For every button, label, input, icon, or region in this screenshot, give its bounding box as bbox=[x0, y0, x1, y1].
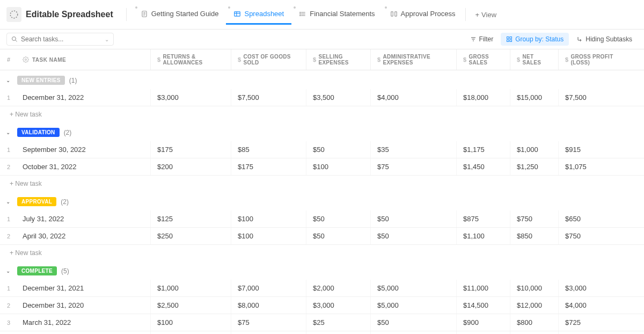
task-name-cell[interactable]: December 31, 2021 bbox=[17, 280, 150, 296]
gross-sales-cell[interactable]: $2,300 bbox=[456, 331, 510, 334]
new-task-button[interactable]: + New task bbox=[0, 176, 644, 192]
gross-sales-cell[interactable]: $18,000 bbox=[456, 89, 510, 106]
task-name-cell[interactable]: December 31, 2020 bbox=[17, 297, 150, 314]
chevron-down-icon[interactable]: ⌄ bbox=[3, 268, 13, 274]
cogs-cell[interactable]: $175 bbox=[231, 158, 306, 175]
table-row[interactable]: 2 December 31, 2020 $2,500 $8,000 $3,000… bbox=[0, 297, 644, 314]
hiding-subtasks-button[interactable]: Hiding Subtasks bbox=[571, 33, 638, 46]
col-selling[interactable]: $SELLING EXPENSES bbox=[306, 49, 370, 70]
returns-cell[interactable]: $125 bbox=[150, 210, 231, 227]
net-sales-cell[interactable]: $1,250 bbox=[510, 158, 558, 175]
tab-spreadsheet[interactable]: Spreadsheet bbox=[226, 4, 291, 25]
status-pill[interactable]: COMPLETE bbox=[17, 266, 57, 275]
gross-profit-cell[interactable]: $1,075 bbox=[558, 158, 628, 175]
cogs-cell[interactable]: $85 bbox=[231, 141, 306, 158]
returns-cell[interactable]: $175 bbox=[150, 141, 231, 158]
net-sales-cell[interactable]: $10,000 bbox=[510, 280, 558, 296]
admin-cell[interactable]: $50 bbox=[370, 314, 456, 331]
gross-sales-cell[interactable]: $1,100 bbox=[456, 228, 510, 244]
tab-approval-process[interactable]: Approval Process bbox=[383, 4, 463, 25]
cogs-cell[interactable]: $100 bbox=[231, 210, 306, 227]
add-view-button[interactable]: + View bbox=[468, 5, 504, 24]
gross-profit-cell[interactable]: $725 bbox=[558, 314, 628, 331]
gross-profit-cell[interactable]: $650 bbox=[558, 210, 628, 227]
table-row[interactable]: 1 July 31, 2022 $125 $100 $50 $50 $875 $… bbox=[0, 210, 644, 228]
table-row[interactable]: 1 December 31, 2021 $1,000 $7,000 $2,000… bbox=[0, 280, 644, 297]
returns-cell[interactable]: $100 bbox=[150, 314, 231, 331]
gross-profit-cell[interactable]: $7,500 bbox=[558, 89, 628, 106]
col-admin[interactable]: $ADMINISTRATIVE EXPENSES bbox=[370, 49, 456, 70]
chevron-down-icon[interactable]: ⌄ bbox=[3, 129, 13, 135]
selling-cell[interactable]: $100 bbox=[306, 158, 370, 175]
selling-cell[interactable]: $50 bbox=[306, 141, 370, 158]
gross-sales-cell[interactable]: $900 bbox=[456, 314, 510, 331]
col-task-name[interactable]: TASK NAME bbox=[17, 52, 150, 67]
task-name-cell[interactable]: April 30, 2022 bbox=[17, 228, 150, 244]
cogs-cell[interactable]: $100 bbox=[231, 228, 306, 244]
returns-cell[interactable]: $3,000 bbox=[150, 89, 231, 106]
task-name-cell[interactable]: September 30, 2022 bbox=[17, 141, 150, 158]
table-row[interactable]: 2 October 31, 2022 $200 $175 $100 $75 $1… bbox=[0, 158, 644, 176]
selling-cell[interactable]: $3,500 bbox=[306, 89, 370, 106]
table-row[interactable]: 2 April 30, 2022 $250 $100 $50 $50 $1,10… bbox=[0, 228, 644, 245]
col-gross-sales[interactable]: $GROSS SALES bbox=[456, 49, 510, 70]
gross-profit-cell[interactable]: $915 bbox=[558, 141, 628, 158]
chevron-down-icon[interactable]: ⌄ bbox=[105, 37, 109, 42]
cogs-cell[interactable]: $75 bbox=[231, 314, 306, 331]
net-sales-cell[interactable]: $12,000 bbox=[510, 297, 558, 314]
new-task-button[interactable]: + New task bbox=[0, 106, 644, 122]
table-row[interactable]: 4 January 31, 2021 $300 $200 $150 $50 $2… bbox=[0, 331, 644, 334]
selling-cell[interactable]: $25 bbox=[306, 314, 370, 331]
search-input[interactable] bbox=[21, 35, 101, 43]
admin-cell[interactable]: $5,000 bbox=[370, 297, 456, 314]
new-task-button[interactable]: + New task bbox=[0, 245, 644, 261]
chevron-down-icon[interactable]: ⌄ bbox=[3, 199, 13, 205]
cogs-cell[interactable]: $200 bbox=[231, 331, 306, 334]
task-name-cell[interactable]: October 31, 2022 bbox=[17, 158, 150, 175]
task-name-cell[interactable]: March 31, 2022 bbox=[17, 314, 150, 331]
selling-cell[interactable]: $50 bbox=[306, 228, 370, 244]
status-pill[interactable]: VALIDATION bbox=[17, 128, 60, 137]
gross-sales-cell[interactable]: $875 bbox=[456, 210, 510, 227]
gross-profit-cell[interactable]: $1,800 bbox=[558, 331, 628, 334]
col-gross-profit[interactable]: $GROSS PROFIT (LOSS) bbox=[558, 49, 628, 70]
admin-cell[interactable]: $5,000 bbox=[370, 280, 456, 296]
returns-cell[interactable]: $250 bbox=[150, 228, 231, 244]
status-pill[interactable]: APPROVAL bbox=[17, 197, 56, 206]
tab-financial-statements[interactable]: Financial Statements bbox=[291, 4, 382, 25]
gross-sales-cell[interactable]: $14,500 bbox=[456, 297, 510, 314]
admin-cell[interactable]: $75 bbox=[370, 158, 456, 175]
net-sales-cell[interactable]: $750 bbox=[510, 210, 558, 227]
cogs-cell[interactable]: $7,500 bbox=[231, 89, 306, 106]
gross-profit-cell[interactable]: $4,000 bbox=[558, 297, 628, 314]
table-row[interactable]: 1 September 30, 2022 $175 $85 $50 $35 $1… bbox=[0, 141, 644, 158]
admin-cell[interactable]: $50 bbox=[370, 228, 456, 244]
gross-sales-cell[interactable]: $1,450 bbox=[456, 158, 510, 175]
admin-cell[interactable]: $35 bbox=[370, 141, 456, 158]
filter-button[interactable]: Filter bbox=[465, 33, 499, 46]
admin-cell[interactable]: $50 bbox=[370, 331, 456, 334]
gross-profit-cell[interactable]: $750 bbox=[558, 228, 628, 244]
task-name-cell[interactable]: December 31, 2022 bbox=[17, 89, 150, 106]
chevron-down-icon[interactable]: ⌄ bbox=[3, 77, 13, 83]
net-sales-cell[interactable]: $850 bbox=[510, 228, 558, 244]
col-net-sales[interactable]: $NET SALES bbox=[510, 49, 558, 70]
search-input-wrap[interactable]: ⌄ bbox=[6, 33, 114, 46]
selling-cell[interactable]: $2,000 bbox=[306, 280, 370, 296]
returns-cell[interactable]: $200 bbox=[150, 158, 231, 175]
selling-cell[interactable]: $3,000 bbox=[306, 297, 370, 314]
table-row[interactable]: 1 December 31, 2022 $3,000 $7,500 $3,500… bbox=[0, 89, 644, 106]
admin-cell[interactable]: $50 bbox=[370, 210, 456, 227]
net-sales-cell[interactable]: $2,000 bbox=[510, 331, 558, 334]
cogs-cell[interactable]: $8,000 bbox=[231, 297, 306, 314]
gross-sales-cell[interactable]: $11,000 bbox=[456, 280, 510, 296]
task-name-cell[interactable]: January 31, 2021 bbox=[17, 331, 150, 334]
net-sales-cell[interactable]: $1,000 bbox=[510, 141, 558, 158]
col-returns[interactable]: $RETURNS & ALLOWANCES bbox=[150, 49, 231, 70]
group-by-button[interactable]: Group by: Status bbox=[501, 33, 569, 46]
returns-cell[interactable]: $300 bbox=[150, 331, 231, 334]
selling-cell[interactable]: $50 bbox=[306, 210, 370, 227]
col-cogs[interactable]: $COST OF GOODS SOLD bbox=[231, 49, 306, 70]
net-sales-cell[interactable]: $800 bbox=[510, 314, 558, 331]
returns-cell[interactable]: $1,000 bbox=[150, 280, 231, 296]
